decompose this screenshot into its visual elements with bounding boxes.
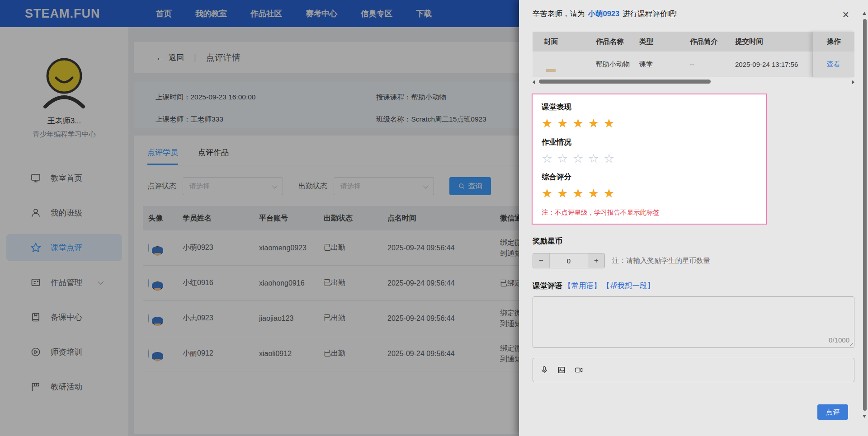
scroll-right-icon[interactable]	[852, 80, 854, 84]
student-name-highlight: 小萌0923	[588, 9, 620, 19]
ai-suggest-link[interactable]: 【帮我想一段】	[603, 281, 655, 291]
image-icon[interactable]	[557, 365, 566, 375]
star-icon[interactable]: ☆	[557, 152, 572, 165]
col-cover: 封面	[533, 37, 596, 47]
star-icon[interactable]: ★	[604, 187, 619, 200]
star-rating-homework[interactable]: ☆☆☆☆☆	[542, 152, 757, 166]
work-submit-time: 2025-09-24 13:17:56	[735, 61, 826, 68]
scroll-down-icon[interactable]	[863, 415, 866, 418]
app: STEAM.FUN 首页 我的教室 作品社区 赛考中心 信奥专区 下载 王老师3…	[0, 0, 868, 436]
rating-label-overall: 综合评分	[542, 172, 757, 182]
star-icon[interactable]: ★	[557, 117, 572, 130]
star-icon[interactable]: ★	[542, 117, 557, 130]
coin-stepper: − 0 +	[533, 253, 605, 268]
horizontal-scrollbar[interactable]	[533, 79, 854, 84]
col-type: 类型	[639, 37, 690, 47]
stepper-value[interactable]: 0	[550, 253, 588, 268]
modal-overlay[interactable]	[0, 0, 519, 436]
works-table: 封面 作品名称 类型 作品简介 提交时间 帮助小动物 课堂 -- 2025-09…	[533, 32, 854, 77]
reward-note: 注：请输入奖励学生的星币数量	[612, 256, 710, 266]
submit-review-button[interactable]: 点评	[817, 404, 848, 420]
close-icon[interactable]: ×	[842, 9, 849, 20]
star-icon[interactable]: ☆	[604, 152, 619, 165]
works-action-column: 操作 查看	[812, 32, 854, 77]
star-icon[interactable]: ★	[588, 187, 604, 200]
comment-label-row: 课堂评语 【常用语】 【帮我想一段】	[533, 281, 854, 291]
col-intro: 作品简介	[690, 37, 735, 47]
rating-note: 注：不点评星级，学习报告不显示此标签	[542, 208, 757, 217]
star-icon[interactable]: ★	[572, 117, 588, 130]
microphone-icon[interactable]	[539, 365, 549, 375]
scrollbar-thumb[interactable]	[539, 80, 711, 84]
star-icon[interactable]: ★	[542, 187, 557, 200]
work-type: 课堂	[639, 60, 690, 69]
reward-coins-label: 奖励星币	[533, 236, 854, 246]
star-rating-overall[interactable]: ★★★★★	[542, 187, 757, 201]
media-attachment-bar	[533, 358, 854, 382]
col-submit-time: 提交时间	[735, 37, 826, 47]
evaluation-drawer: 辛苦老师，请为 小萌0923 进行课程评价吧! × 封面 作品名称 类型 作品简…	[519, 0, 868, 436]
col-work-name: 作品名称	[596, 37, 639, 47]
star-icon[interactable]: ☆	[572, 152, 588, 165]
scroll-up-icon[interactable]	[863, 12, 866, 15]
works-table-row: 帮助小动物 课堂 -- 2025-09-24 13:17:56	[533, 52, 854, 77]
star-icon[interactable]: ★	[588, 117, 604, 130]
comment-label: 课堂评语	[533, 281, 562, 291]
rating-label-homework: 作业情况	[542, 137, 757, 147]
star-icon[interactable]: ☆	[542, 152, 557, 165]
view-work-link[interactable]: 查看	[827, 60, 840, 69]
scrollbar-thumb[interactable]	[863, 19, 867, 411]
drawer-title: 辛苦老师，请为 小萌0923 进行课程评价吧!	[519, 0, 868, 28]
work-name: 帮助小动物	[596, 60, 639, 69]
star-icon[interactable]: ★	[604, 117, 619, 130]
star-icon[interactable]: ★	[572, 187, 588, 200]
video-camera-icon[interactable]	[574, 365, 584, 375]
works-table-header: 封面 作品名称 类型 作品简介 提交时间	[533, 32, 854, 52]
star-icon[interactable]: ★	[557, 187, 572, 200]
reward-row: − 0 + 注：请输入奖励学生的星币数量	[533, 253, 854, 268]
rating-box: 课堂表现 ★★★★★ 作业情况 ☆☆☆☆☆ 综合评分 ★★★★★ 注：不点评星级…	[532, 94, 767, 225]
stepper-plus-button[interactable]: +	[588, 253, 604, 268]
vertical-scrollbar[interactable]	[863, 0, 867, 436]
comment-textarea[interactable]: 0/1000	[533, 296, 854, 348]
work-intro: --	[690, 61, 735, 68]
char-counter: 0/1000	[829, 336, 849, 344]
scroll-left-icon[interactable]	[533, 80, 535, 84]
rating-label-class-performance: 课堂表现	[542, 102, 757, 112]
common-phrases-link[interactable]: 【常用语】	[564, 281, 601, 291]
star-rating-class-performance[interactable]: ★★★★★	[542, 117, 757, 131]
star-icon[interactable]: ☆	[588, 152, 604, 165]
stepper-minus-button[interactable]: −	[533, 253, 550, 268]
col-action: 操作	[813, 32, 854, 52]
